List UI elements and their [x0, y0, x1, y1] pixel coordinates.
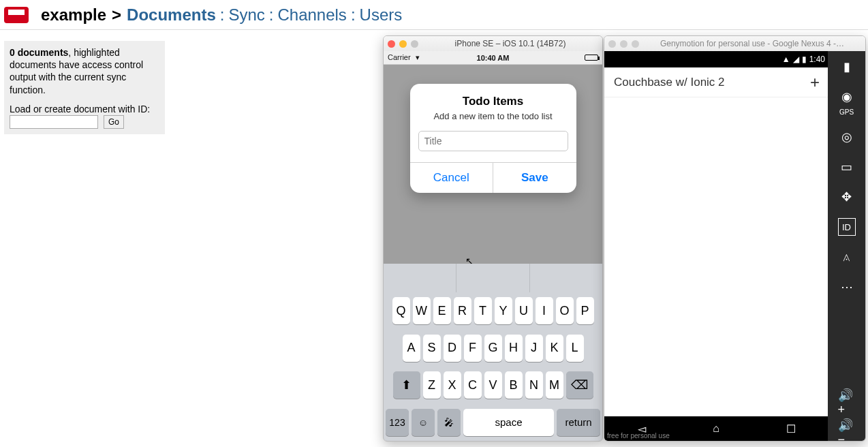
key-a[interactable]: A	[403, 335, 420, 362]
key-g[interactable]: G	[484, 335, 502, 362]
ios-window-title: iPhone SE – iOS 10.1 (14B72)	[422, 39, 598, 48]
ios-screen: Carrier ▾ 10:40 AM Todo Items Add a new …	[384, 51, 602, 441]
volume-down-button[interactable]: 🔊−	[838, 423, 856, 441]
android-statusbar: ▲ ◢ ▮ 1:40	[604, 51, 829, 67]
backspace-key[interactable]: ⌫	[566, 371, 593, 399]
key-s[interactable]: S	[423, 335, 441, 362]
doc-id-input[interactable]	[10, 115, 98, 129]
key-b[interactable]: B	[505, 371, 523, 399]
dialog-title-input[interactable]	[418, 131, 568, 151]
space-key[interactable]: space	[463, 409, 554, 436]
key-q[interactable]: Q	[392, 297, 410, 324]
doc-count-bold: 0 documents	[10, 47, 68, 58]
signal-icon: ◢	[793, 55, 799, 64]
battery-icon[interactable]: ▮	[838, 58, 856, 76]
nav-documents[interactable]: Documents	[127, 5, 216, 25]
go-button[interactable]: Go	[104, 115, 124, 129]
ios-alert-dialog: Todo Items Add a new item to the todo li…	[410, 84, 576, 193]
zoom-dot-icon[interactable]	[632, 40, 639, 48]
key-t[interactable]: T	[474, 297, 492, 324]
recents-button[interactable]: ☐	[786, 422, 796, 435]
nav-users[interactable]: Users	[360, 5, 403, 25]
battery-icon	[585, 55, 598, 61]
close-dot-icon[interactable]	[388, 40, 395, 48]
ios-titlebar[interactable]: iPhone SE – iOS 10.1 (14B72)	[384, 36, 602, 51]
key-m[interactable]: M	[546, 371, 563, 399]
dialog-message: Add a new item to the todo list	[410, 111, 576, 131]
android-window-title: Genymotion for personal use - Google Nex…	[643, 39, 861, 48]
android-surface: ▲ ◢ ▮ 1:40 Couchbase w/ Ionic 2 + ◅ ⌂ ☐ …	[604, 51, 865, 441]
nav-sync[interactable]: Sync	[228, 5, 264, 25]
capture-icon[interactable]: ▭	[838, 158, 856, 176]
home-button[interactable]: ⌂	[713, 422, 719, 435]
wifi-icon: ▾	[416, 53, 418, 61]
db-name: example	[41, 5, 106, 25]
remote-icon[interactable]: ✥	[838, 188, 856, 206]
android-time: 1:40	[809, 55, 825, 64]
emoji-key[interactable]: ☺	[412, 409, 435, 436]
breadcrumb-sep: >	[112, 5, 121, 25]
add-button[interactable]: +	[810, 73, 820, 92]
wifi-icon: ▲	[782, 55, 790, 64]
key-p[interactable]: P	[576, 297, 594, 324]
numbers-key[interactable]: 123	[386, 409, 409, 436]
minimize-dot-icon[interactable]	[620, 40, 627, 48]
android-screen: ▲ ◢ ▮ 1:40 Couchbase w/ Ionic 2 + ◅ ⌂ ☐ …	[604, 51, 829, 441]
mic-key[interactable]: 🎤︎	[437, 409, 461, 436]
nav-channels[interactable]: Channels	[277, 5, 346, 25]
gps-label: GPS	[839, 108, 854, 116]
zoom-dot-icon[interactable]	[411, 40, 418, 48]
key-x[interactable]: X	[444, 371, 461, 399]
minimize-dot-icon[interactable]	[399, 40, 407, 48]
genymotion-sidebar: ▮ ◉ GPS ◎ ▭ ✥ ID ⟑ ⋯ 🔊+ 🔊−	[828, 51, 865, 441]
key-y[interactable]: Y	[495, 297, 512, 324]
key-k[interactable]: K	[546, 335, 563, 362]
gps-icon[interactable]: ◉	[838, 88, 856, 106]
android-titlebar[interactable]: Genymotion for personal use - Google Nex…	[604, 36, 865, 51]
key-e[interactable]: E	[433, 297, 451, 324]
key-f[interactable]: F	[464, 335, 482, 362]
couchbase-logo-icon	[4, 7, 29, 23]
documents-info-panel: 0 documents, highlighted documents have …	[4, 41, 165, 134]
android-emulator-window: Genymotion for personal use - Google Nex…	[604, 35, 866, 442]
app-title: Couchbase w/ Ionic 2	[614, 76, 725, 89]
save-button[interactable]: Save	[493, 163, 576, 193]
key-w[interactable]: W	[413, 297, 431, 324]
carrier-label: Carrier ▾	[388, 53, 418, 62]
close-dot-icon[interactable]	[608, 40, 616, 48]
shift-key[interactable]: ⬆	[393, 371, 420, 399]
cancel-button[interactable]: Cancel	[410, 163, 494, 193]
network-icon[interactable]: ⟑	[838, 248, 856, 266]
key-h[interactable]: H	[505, 335, 523, 362]
keyboard-predictions[interactable]	[384, 264, 602, 292]
return-key[interactable]: return	[557, 409, 600, 436]
identifier-icon[interactable]: ID	[838, 218, 856, 236]
key-z[interactable]: Z	[423, 371, 441, 399]
key-c[interactable]: C	[464, 371, 482, 399]
ios-statusbar: Carrier ▾ 10:40 AM	[384, 51, 602, 65]
key-n[interactable]: N	[525, 371, 543, 399]
camera-icon[interactable]: ◎	[838, 128, 856, 146]
key-v[interactable]: V	[484, 371, 502, 399]
key-j[interactable]: J	[525, 335, 543, 362]
volume-up-button[interactable]: 🔊+	[838, 393, 856, 411]
key-i[interactable]: I	[536, 297, 553, 324]
key-o[interactable]: O	[556, 297, 574, 324]
ios-time: 10:40 AM	[477, 54, 510, 62]
free-use-note: free for personal use	[607, 432, 670, 440]
key-l[interactable]: L	[566, 335, 584, 362]
more-icon[interactable]: ⋯	[838, 278, 856, 296]
load-doc-label: Load or create document with ID:	[10, 103, 159, 115]
ios-simulator-window: iPhone SE – iOS 10.1 (14B72) Carrier ▾ 1…	[383, 35, 603, 442]
traffic-lights[interactable]	[608, 40, 639, 48]
traffic-lights[interactable]	[388, 40, 418, 48]
android-app-header: Couchbase w/ Ionic 2 +	[604, 67, 829, 97]
key-r[interactable]: R	[454, 297, 471, 324]
key-u[interactable]: U	[515, 297, 533, 324]
breadcrumb-bar: example > Documents : Sync : Channels : …	[0, 0, 868, 30]
ios-keyboard: QWERTYUIOP ASDFGHJKL ⬆ ZXCVBNM ⌫ 123 ☺ 🎤…	[384, 264, 602, 441]
key-d[interactable]: D	[444, 335, 461, 362]
battery-icon: ▮	[802, 55, 807, 64]
doc-count-text: 0 documents, highlighted documents have …	[10, 46, 159, 96]
dialog-title: Todo Items	[410, 84, 576, 111]
